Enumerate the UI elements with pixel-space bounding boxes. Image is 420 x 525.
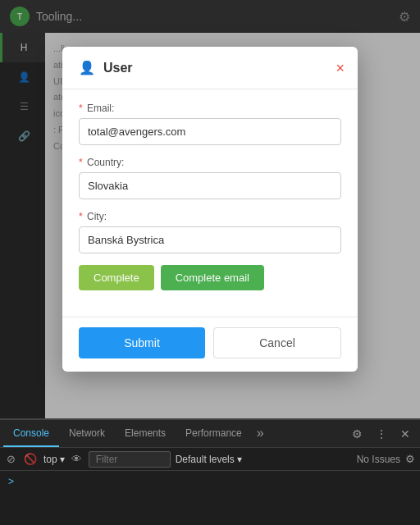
country-form-group: * Country: — [79, 157, 341, 199]
complete-button[interactable]: Complete — [79, 265, 154, 290]
city-form-group: * City: — [79, 211, 341, 253]
modal-footer: Submit Cancel — [62, 317, 358, 372]
console-filter-input[interactable] — [89, 451, 171, 468]
city-input[interactable] — [79, 226, 341, 253]
email-form-group: * Email: — [79, 103, 341, 145]
modal-overlay: 👤 User × * Email: * Country: — [0, 0, 420, 418]
prompt-chevron-icon: > — [8, 476, 14, 487]
devtools-close-icon[interactable]: ✕ — [397, 426, 413, 442]
complete-email-button[interactable]: Complete email — [161, 265, 264, 290]
console-filter-icon[interactable]: 🚫 — [22, 451, 39, 467]
chevron-down-icon: ▾ — [60, 454, 65, 465]
devtools-tabs-bar: Console Network Elements Performance » ⚙… — [0, 420, 420, 448]
console-prompt[interactable]: > — [8, 476, 412, 487]
devtools-panel: Console Network Elements Performance » ⚙… — [0, 418, 420, 525]
eye-icon[interactable]: 👁 — [70, 451, 84, 467]
devtools-more-icon[interactable]: ⋮ — [372, 426, 390, 442]
modal-body: * Email: * Country: * City: — [62, 89, 358, 317]
user-icon: 👤 — [79, 60, 95, 75]
modal-title: User — [103, 61, 133, 75]
country-input[interactable] — [79, 172, 341, 199]
tab-performance[interactable]: Performance — [176, 420, 252, 447]
city-label: * City: — [79, 211, 341, 222]
console-clear-icon[interactable]: ⊘ — [5, 451, 17, 467]
modal-header: 👤 User × — [62, 47, 358, 89]
city-required-marker: * — [79, 211, 83, 222]
devtools-settings-icon[interactable]: ⚙ — [349, 426, 366, 442]
tab-elements[interactable]: Elements — [115, 420, 176, 447]
autocomplete-buttons: Complete Complete email — [79, 265, 341, 290]
submit-button[interactable]: Submit — [79, 327, 205, 358]
console-settings-icon[interactable]: ⚙ — [405, 453, 415, 465]
devtools-right-icons: ⚙ ⋮ ✕ — [349, 426, 417, 442]
devtools-content: > — [0, 471, 420, 492]
tab-console[interactable]: Console — [3, 420, 59, 447]
context-select[interactable]: top ▾ — [43, 454, 65, 465]
devtools-toolbar: ⊘ 🚫 top ▾ 👁 Default levels ▾ No Issues ⚙ — [0, 448, 420, 471]
country-label: * Country: — [79, 157, 341, 168]
email-input[interactable] — [79, 118, 341, 145]
no-issues-label: No Issues — [357, 454, 400, 465]
more-tabs-button[interactable]: » — [252, 420, 269, 447]
user-modal: 👤 User × * Email: * Country: — [62, 47, 358, 372]
log-levels-select[interactable]: Default levels ▾ — [176, 454, 242, 465]
email-required-marker: * — [79, 103, 83, 114]
cancel-button[interactable]: Cancel — [213, 327, 341, 358]
modal-close-button[interactable]: × — [336, 61, 345, 75]
levels-chevron-icon: ▾ — [237, 454, 242, 465]
email-label: * Email: — [79, 103, 341, 114]
tab-network[interactable]: Network — [59, 420, 115, 447]
country-required-marker: * — [79, 157, 83, 168]
